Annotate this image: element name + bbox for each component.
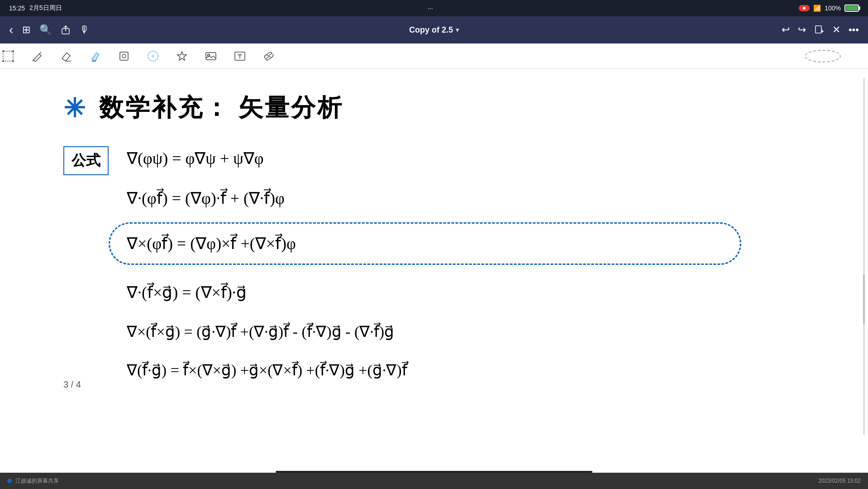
redo-button[interactable]: ↪ [798, 24, 806, 36]
formula-section: 公式 ∇(φψ) = φ∇ψ + ψ∇φ ∇·(φf⃗) = (∇φ)·f⃗ +… [63, 143, 832, 385]
battery-fill [846, 6, 858, 10]
back-button[interactable] [9, 23, 13, 37]
svg-rect-5 [3, 51, 13, 61]
formula-label-box: 公式 [63, 146, 109, 175]
svg-point-15 [122, 54, 126, 58]
svg-point-9 [12, 60, 14, 62]
formula-6: ∇(f⃗·g⃗) = f⃗×(∇×g⃗) +g⃗×(∇×f⃗) +(f⃗·∇)g… [118, 355, 832, 385]
svg-line-10 [39, 52, 41, 54]
share-dot-icon [7, 479, 12, 483]
shapes-tool[interactable] [116, 48, 132, 64]
svg-point-6 [2, 50, 4, 52]
nav-bar: ⊞ 🔍 🎙 Copy of 2.5 ▾ ↩ ↪ ✕ ••• [0, 16, 868, 43]
formula-3-container: ∇×(φf⃗) = (∇φ)×f⃗ +(∇×f⃗)φ [118, 222, 832, 265]
svg-point-8 [2, 60, 4, 62]
content-area: ✳ 数学补充： 矢量分析 公式 ∇(φψ) = φ∇ψ + ψ∇φ [0, 69, 868, 489]
eraser-tool[interactable] [58, 48, 74, 64]
page-number: 3 / 4 [63, 379, 81, 390]
toolbar-right [805, 50, 841, 62]
highlight-tool[interactable] [87, 48, 103, 64]
nav-right: ↩ ↪ ✕ ••• [576, 24, 859, 36]
toolbar [0, 43, 868, 69]
scroll-indicator [276, 471, 592, 473]
date: 2月5日周日 [29, 4, 62, 12]
bottom-bar: 江啟诚的屏幕共享 2023/02/05 15:02 [0, 473, 868, 489]
pen-tool[interactable] [29, 48, 45, 64]
nav-left: ⊞ 🔍 🎙 [9, 23, 292, 37]
svg-point-17 [152, 55, 154, 58]
undo-button[interactable]: ↩ [782, 24, 790, 36]
grid-button[interactable]: ⊞ [22, 24, 30, 36]
close-button[interactable]: ✕ [832, 24, 840, 36]
formula-1: ∇(φψ) = φ∇ψ + ψ∇φ [118, 143, 832, 174]
svg-line-11 [33, 60, 33, 61]
formula-4: ∇·(f⃗×g⃗) = (∇×f⃗)·g⃗ [118, 277, 832, 308]
status-left: 15:25 2月5日周日 [9, 4, 62, 12]
formula-2: ∇·(φf⃗) = (∇φ)·f⃗ + (∇·f⃗)φ [118, 182, 832, 214]
svg-rect-14 [120, 52, 128, 60]
svg-rect-2 [816, 26, 821, 33]
battery-icon [844, 5, 859, 12]
status-right: 📶 100% [799, 5, 859, 12]
time: 15:25 [9, 5, 25, 12]
document-title-button[interactable]: Copy of 2.5 ▾ [409, 25, 459, 35]
note-page: ✳ 数学补充： 矢量分析 公式 ∇(φψ) = φ∇ψ + ψ∇φ [0, 69, 868, 476]
lasso-tool[interactable] [145, 48, 161, 64]
link-tool[interactable] [261, 48, 277, 64]
add-page-button[interactable] [814, 25, 824, 35]
svg-point-7 [12, 50, 14, 52]
svg-rect-19 [206, 53, 216, 60]
formulas-list: ∇(φψ) = φ∇ψ + ψ∇φ ∇·(φf⃗) = (∇φ)·f⃗ + (∇… [118, 143, 832, 385]
share-label: 江啟诚的屏幕共享 [15, 477, 59, 485]
scrollbar[interactable] [863, 78, 865, 435]
nav-center: Copy of 2.5 ▾ [292, 25, 576, 35]
document-title: Copy of 2.5 [409, 25, 453, 35]
scrollbar-thumb [863, 274, 865, 324]
title-decoration-icon: ✳ [63, 93, 86, 124]
shape-preset[interactable] [805, 50, 841, 62]
battery-percent: 100% [825, 5, 841, 12]
title-chevron-icon: ▾ [456, 26, 459, 34]
wifi-icon: 📶 [813, 5, 821, 12]
svg-marker-18 [177, 52, 186, 60]
mic-button[interactable]: 🎙 [80, 24, 90, 36]
select-tool[interactable] [0, 48, 16, 64]
text-tool[interactable] [232, 48, 248, 64]
record-indicator [799, 5, 810, 11]
scrollbar-track [863, 78, 865, 435]
three-dots-status: ··· [428, 5, 433, 12]
formula-label: 公式 [72, 152, 100, 168]
status-bar: 15:25 2月5日周日 ··· 📶 100% [0, 0, 868, 16]
image-tool[interactable] [203, 48, 219, 64]
note-title: ✳ 数学补充： 矢量分析 [63, 91, 832, 125]
formula-5: ∇×(f⃗×g⃗) = (g⃗·∇)f⃗ +(∇·g⃗)f⃗ - (f⃗·∇)g… [118, 316, 832, 347]
share-button[interactable] [61, 25, 71, 35]
bottom-left: 江啟诚的屏幕共享 [7, 477, 59, 485]
more-button[interactable]: ••• [849, 24, 859, 36]
star-tool[interactable] [174, 48, 190, 64]
formula-3: ∇×(φf⃗) = (∇φ)×f⃗ +(∇×f⃗)φ [118, 228, 832, 259]
title-text: 数学补充： 矢量分析 [99, 91, 343, 125]
timestamp: 2023/02/05 15:02 [819, 478, 861, 484]
search-button[interactable]: 🔍 [39, 24, 52, 36]
